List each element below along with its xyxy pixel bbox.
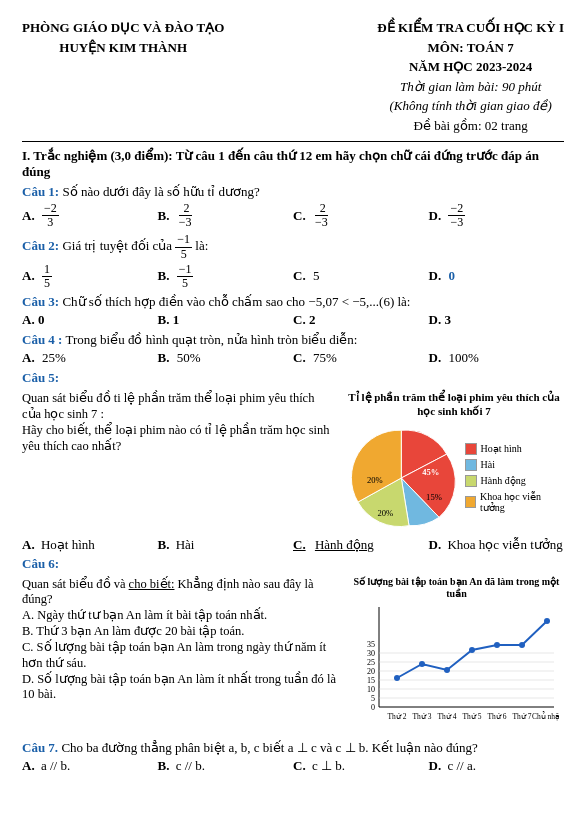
school-district: PHÒNG GIÁO DỤC VÀ ĐÀO TẠO <box>22 18 224 38</box>
q2-ans-c: C. 5 <box>293 268 429 284</box>
legend-hoat-hinh: Hoạt hình <box>465 443 564 455</box>
school-year: NĂM HỌC 2023-2024 <box>377 57 564 77</box>
q1-ans-b: B. 2−3 <box>158 202 294 229</box>
q4-ans-d: D. 100% <box>429 350 565 366</box>
svg-point-30 <box>469 647 475 653</box>
header-right: ĐỀ KIỂM TRA CUỐI HỌC KỲ I MÔN: TOÁN 7 NĂ… <box>377 18 564 135</box>
question-6: Câu 6: Quan sát biểu đồ và cho biết: Khẳ… <box>22 556 564 736</box>
q2-ans-a: A. 15 <box>22 263 158 290</box>
svg-point-27 <box>394 675 400 681</box>
school-name: HUYỆN KIM THÀNH <box>22 38 224 58</box>
q1-ans-a: A. −23 <box>22 202 158 229</box>
q1-text: Số nào dưới đây là số hữu tỉ dương? <box>62 184 259 199</box>
q6-chart: Số lượng bài tập toán bạn An đã làm tron… <box>349 576 564 736</box>
svg-text:Thứ 7: Thứ 7 <box>513 712 532 721</box>
q7-text: Cho ba đường thẳng phân biệt a, b, c biế… <box>61 740 477 755</box>
q3-ans-a: A. 0 <box>22 312 158 328</box>
q5-ans-d: D. Khoa học viễn tưởng <box>429 537 565 553</box>
line-chart-title: Số lượng bài tập toán bạn An đã làm tron… <box>349 576 564 600</box>
question-3: Câu 3: Chữ số thích hợp điền vào chỗ chấ… <box>22 294 564 328</box>
q5-label: Câu 5: <box>22 370 59 385</box>
q3-ans-b: B. 1 <box>158 312 294 328</box>
q5-left-text: Quan sát biểu đồ ti lệ phần trăm thể loạ… <box>22 390 334 533</box>
svg-point-33 <box>544 618 550 624</box>
exam-title: ĐỀ KIỂM TRA CUỐI HỌC KỲ I <box>377 18 564 38</box>
q2-ans-d: D. 0 <box>429 268 565 284</box>
q1-answers: A. −23 B. 2−3 C. 2−3 D. −2−3 <box>22 202 564 229</box>
q4-ans-a: A. 25% <box>22 350 158 366</box>
q6-label: Câu 6: <box>22 556 59 571</box>
q1-ans-d: D. −2−3 <box>429 202 565 229</box>
q7-ans-b: B. c // b. <box>158 758 294 774</box>
svg-text:Thứ 6: Thứ 6 <box>488 712 507 721</box>
svg-text:15%: 15% <box>426 492 442 502</box>
q3-ans-c: C. 2 <box>293 312 429 328</box>
q3-label: Câu 3: <box>22 294 59 309</box>
q2-ans-b: B. −15 <box>158 263 294 290</box>
time-note: (Không tính thời gian giao đề) <box>377 96 564 116</box>
q4-answers: A. 25% B. 50% C. 75% D. 100% <box>22 350 564 366</box>
q5-ans-a: A. Hoạt hình <box>22 537 158 553</box>
q6-left: Quan sát biểu đồ và cho biết: Khẳng định… <box>22 576 341 702</box>
q5-answers: A. Hoạt hình B. Hài C. Hành động D. Khoa… <box>22 537 564 553</box>
svg-text:Thứ 2: Thứ 2 <box>388 712 407 721</box>
legend-khoa-hoc: Khoa học viễn tưởng <box>465 491 564 513</box>
q1-ans-c: C. 2−3 <box>293 202 429 229</box>
svg-point-31 <box>494 642 500 648</box>
svg-text:20: 20 <box>367 667 375 676</box>
q7-answers: A. a // b. B. c // b. C. c ⊥ b. D. c // … <box>22 758 564 774</box>
svg-text:Thứ 5: Thứ 5 <box>463 712 482 721</box>
pie-chart-title: Tỉ lệ phần trăm thể loại phim yêu thích … <box>344 390 564 419</box>
svg-text:20%: 20% <box>377 508 393 518</box>
svg-text:5: 5 <box>371 694 375 703</box>
q4-ans-c: C. 75% <box>293 350 429 366</box>
svg-text:0: 0 <box>371 703 375 712</box>
svg-text:Chủ nhật: Chủ nhật <box>532 711 559 721</box>
q7-ans-d: D. c // a. <box>429 758 565 774</box>
q7-ans-a: A. a // b. <box>22 758 158 774</box>
q5-ans-b: B. Hài <box>158 537 294 553</box>
pie-chart-area: 45% 15% 20% 20% Hoạt hình Hài <box>344 423 564 533</box>
q5-container: Quan sát biểu đồ ti lệ phần trăm thể loạ… <box>22 390 564 533</box>
q3-answers: A. 0 B. 1 C. 2 D. 3 <box>22 312 564 328</box>
q3-text: Chữ số thích hợp điền vào chỗ chấm sao c… <box>62 294 410 309</box>
pie-legend: Hoạt hình Hài Hành động Khoa học viễn tư… <box>465 443 564 513</box>
svg-text:Thứ 4: Thứ 4 <box>438 712 457 721</box>
time-limit: Thời gian làm bài: 90 phút <box>377 77 564 97</box>
q5-ans-c: C. Hành động <box>293 537 429 553</box>
q2-text: Giá trị tuyệt đối của −15 là: <box>62 238 208 253</box>
q4-label: Câu 4 : <box>22 332 62 347</box>
question-5: Câu 5: Quan sát biểu đồ ti lệ phần trăm … <box>22 370 564 553</box>
q7-label: Câu 7. <box>22 740 58 755</box>
question-2: Câu 2: Giá trị tuyệt đối của −15 là: A. … <box>22 233 564 290</box>
line-chart-svg: 0 5 10 15 20 25 30 35 Thứ 2 Thứ 3 Thứ 4 <box>349 602 559 732</box>
section1-title: I. Trắc nghiệm (3,0 điểm): Từ câu 1 đến … <box>22 148 564 180</box>
svg-text:35: 35 <box>367 640 375 649</box>
svg-point-29 <box>444 667 450 673</box>
q2-label: Câu 2: <box>22 238 59 253</box>
header-divider <box>22 141 564 142</box>
svg-text:30: 30 <box>367 649 375 658</box>
q3-ans-d: D. 3 <box>429 312 565 328</box>
svg-text:45%: 45% <box>422 467 439 477</box>
svg-text:20%: 20% <box>367 474 383 484</box>
legend-hanh-dong: Hành động <box>465 475 564 487</box>
svg-point-32 <box>519 642 525 648</box>
q1-label: Câu 1: <box>22 184 59 199</box>
header: PHÒNG GIÁO DỤC VÀ ĐÀO TẠO HUYỆN KIM THÀN… <box>22 18 564 142</box>
legend-hai: Hài <box>465 459 564 471</box>
question-1: Câu 1: Số nào dưới đây là số hữu tỉ dươn… <box>22 184 564 229</box>
svg-text:25: 25 <box>367 658 375 667</box>
q4-text: Trong biểu đồ hình quạt tròn, nửa hình t… <box>65 332 357 347</box>
q7-ans-c: C. c ⊥ b. <box>293 758 429 774</box>
q5-chart: Tỉ lệ phần trăm thể loại phim yêu thích … <box>344 390 564 533</box>
header-left: PHÒNG GIÁO DỤC VÀ ĐÀO TẠO HUYỆN KIM THÀN… <box>22 18 224 135</box>
svg-text:15: 15 <box>367 676 375 685</box>
q6-container: Quan sát biểu đồ và cho biết: Khẳng định… <box>22 576 564 736</box>
page-count: Đề bài gồm: 02 trang <box>377 116 564 136</box>
svg-text:Thứ 3: Thứ 3 <box>413 712 432 721</box>
question-4: Câu 4 : Trong biểu đồ hình quạt tròn, nử… <box>22 332 564 366</box>
question-7: Câu 7. Cho ba đường thẳng phân biệt a, b… <box>22 740 564 774</box>
q4-ans-b: B. 50% <box>158 350 294 366</box>
q2-answers: A. 15 B. −15 C. 5 D. 0 <box>22 263 564 290</box>
